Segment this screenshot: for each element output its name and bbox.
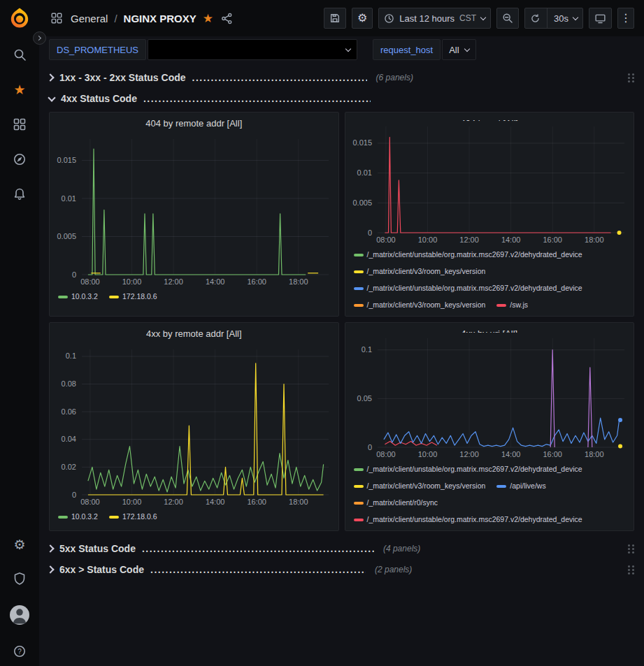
chevron-right-icon <box>36 36 41 41</box>
chevron-down-icon <box>464 45 469 51</box>
chevron-down-icon <box>480 14 486 20</box>
panel-title[interactable]: 404 by remote addr [All] <box>50 113 338 133</box>
timeseries-chart[interactable]: 00.050.108:0010:0012:0014:0016:0018:00 <box>345 333 634 460</box>
svg-text:08:00: 08:00 <box>80 498 100 506</box>
datasource-select[interactable] <box>148 39 357 60</box>
row-header-5xx[interactable]: 5xx Status Code ........................… <box>49 538 634 559</box>
chart-legend: 10.0.3.2172.18.0.6 <box>50 507 338 528</box>
svg-text:0.06: 0.06 <box>62 407 76 416</box>
legend-item[interactable]: /_matrix/client/unstable/org.matrix.msc2… <box>354 514 582 525</box>
legend-label: 10.0.3.2 <box>71 291 98 302</box>
sidebar-top-nav: ★ <box>12 47 27 202</box>
panel-title[interactable]: 404 by uri [All] <box>345 113 634 121</box>
legend-label: /api/live/ws <box>510 481 545 491</box>
row-header-6xx[interactable]: 6xx > Status Code ......................… <box>49 559 634 580</box>
chart-legend: /_matrix/client/unstable/org.matrix.msc2… <box>345 245 634 316</box>
row-drag-handle[interactable] <box>624 542 634 556</box>
legend-swatch <box>354 519 364 521</box>
svg-text:12:00: 12:00 <box>459 236 479 244</box>
alerting-bell-icon[interactable] <box>12 187 27 202</box>
legend-swatch <box>496 304 506 307</box>
search-icon[interactable] <box>12 47 27 62</box>
legend-item[interactable]: 172.18.0.6 <box>109 291 157 302</box>
svg-text:0: 0 <box>72 491 76 499</box>
timeseries-chart[interactable]: 00.020.040.060.080.108:0010:0012:0014:00… <box>50 344 338 507</box>
legend-item[interactable]: /_matrix/client/v3/room_keys/version <box>354 300 486 310</box>
sidebar-expand-button[interactable] <box>33 31 46 45</box>
explore-compass-icon[interactable] <box>12 152 27 167</box>
svg-text:?: ? <box>17 648 22 656</box>
timeseries-chart[interactable]: 00.0050.010.01508:0010:0012:0014:0016:00… <box>50 133 338 287</box>
request-host-select[interactable]: All <box>442 39 475 60</box>
legend-item[interactable]: /_matrix/client/v3/room_keys/version <box>354 266 486 277</box>
svg-text:0.02: 0.02 <box>62 463 76 471</box>
svg-text:0.01: 0.01 <box>357 168 371 177</box>
datasource-variable-group: DS_PROMETHEUS <box>49 39 357 60</box>
legend-item[interactable]: /_matrix/client/unstable/org.matrix.msc2… <box>354 249 582 260</box>
favorite-star-icon[interactable]: ★ <box>203 13 213 24</box>
row-drag-handle[interactable] <box>624 71 634 85</box>
legend-label: /_matrix/client/v3/room_keys/version <box>367 300 486 310</box>
legend-item[interactable]: /_matrix/client/unstable/org.matrix.msc2… <box>354 283 582 294</box>
legend-swatch <box>354 304 364 307</box>
panel-title[interactable]: 4xx by remote addr [All] <box>50 323 338 344</box>
save-dashboard-button[interactable] <box>324 8 346 29</box>
request-host-variable-label: request_host <box>373 39 441 60</box>
share-icon[interactable] <box>220 10 235 26</box>
zoom-out-time-button[interactable] <box>496 8 519 29</box>
request-host-variable-group: request_host All <box>373 39 476 60</box>
svg-text:0.01: 0.01 <box>62 194 76 203</box>
legend-item[interactable]: /_matrix/client/r0/sync <box>354 498 438 508</box>
dashboards-icon[interactable] <box>12 117 27 132</box>
time-range-picker[interactable]: Last 12 hours CST <box>378 8 491 29</box>
timeseries-chart[interactable]: 00.0050.010.01508:0010:0012:0014:0016:00… <box>345 121 634 245</box>
panels-grid: 404 by remote addr [All] 00.0050.010.015… <box>49 112 634 531</box>
grafana-logo[interactable] <box>8 6 31 29</box>
breadcrumb-title[interactable]: NGINX PROXY <box>124 13 196 24</box>
svg-text:14:00: 14:00 <box>206 498 225 506</box>
legend-label: /sw.js <box>510 300 528 310</box>
configuration-gear-icon[interactable]: ⚙ <box>12 537 27 552</box>
dashboard-settings-button[interactable]: ⚙ <box>352 8 373 29</box>
row-drag-handle[interactable] <box>624 563 634 577</box>
kebab-menu-button[interactable]: ⋮ <box>617 8 634 29</box>
dashboards-grid-icon <box>49 10 64 26</box>
starred-icon[interactable]: ★ <box>12 82 27 97</box>
row-header-1xx-3xx-2xx[interactable]: 1xx - 3xx - 2xx Status Code ............… <box>49 67 634 88</box>
legend-swatch <box>496 485 506 488</box>
row-title: 6xx > Status Code <box>59 564 144 575</box>
chevron-down-icon <box>48 94 55 101</box>
panel-title[interactable]: 4xx by uri [All] <box>345 323 634 333</box>
help-icon[interactable]: ? <box>12 644 27 659</box>
grafana-app: ★ ⚙ ? <box>0 0 644 666</box>
legend-item[interactable]: /_matrix/client/v3/room_keys/version <box>354 481 486 491</box>
legend-item[interactable]: /_matrix/client/unstable/org.matrix.msc2… <box>354 464 582 475</box>
svg-text:18:00: 18:00 <box>585 236 604 244</box>
legend-label: /_matrix/client/unstable/org.matrix.msc2… <box>367 514 582 525</box>
svg-text:0.005: 0.005 <box>352 198 372 207</box>
legend-item[interactable]: /sw.js <box>496 300 528 310</box>
legend-swatch <box>58 296 68 298</box>
row-header-4xx[interactable]: 4xx Status Code ........................… <box>49 88 634 109</box>
legend-item[interactable]: 172.18.0.6 <box>109 512 157 522</box>
row-title-leader: ........................................… <box>192 72 367 83</box>
legend-swatch <box>109 516 119 519</box>
legend-swatch <box>354 254 364 256</box>
kiosk-mode-button[interactable] <box>589 8 612 29</box>
legend-item[interactable]: 10.0.3.2 <box>58 512 98 522</box>
timezone-label: CST <box>459 13 476 23</box>
server-admin-shield-icon[interactable] <box>12 571 27 586</box>
user-avatar[interactable] <box>10 605 29 625</box>
svg-text:0: 0 <box>72 270 76 279</box>
legend-item[interactable]: 10.0.3.2 <box>58 291 98 302</box>
legend-item[interactable]: /api/live/ws <box>496 481 545 491</box>
refresh-interval-group[interactable]: 30s <box>524 8 583 29</box>
row-title: 1xx - 3xx - 2xx Status Code <box>59 72 186 83</box>
row-title-leader: ........................................… <box>142 543 374 554</box>
svg-text:0.1: 0.1 <box>361 345 371 354</box>
legend-swatch <box>354 485 364 488</box>
chevron-right-icon <box>46 565 54 573</box>
legend-label: 172.18.0.6 <box>122 291 157 302</box>
breadcrumb-section[interactable]: General <box>71 13 108 24</box>
request-host-value: All <box>449 45 459 55</box>
